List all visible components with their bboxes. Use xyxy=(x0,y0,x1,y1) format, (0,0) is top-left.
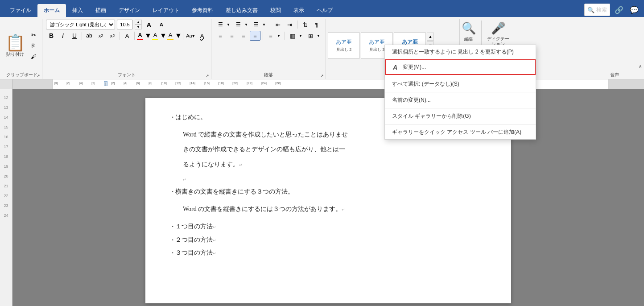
paste-label: 貼り付け xyxy=(6,51,24,58)
tab-references[interactable]: 参考資料 xyxy=(186,4,219,17)
change-case-button[interactable]: Aa▾ xyxy=(185,31,196,41)
font-color-dropdown[interactable]: ▼ xyxy=(175,31,181,41)
align-right-button[interactable]: ≡ xyxy=(238,31,249,41)
ctx-item-select-all-label: すべて選択: (データなし)(S) xyxy=(392,80,459,88)
document-area[interactable]: ▪ はじめに。 Word で縦書きの文書を作成したいと思ったことはありませ きの… xyxy=(12,89,644,306)
tab-help[interactable]: ヘルプ xyxy=(310,4,339,17)
clipboard-label: クリップボード xyxy=(2,72,42,78)
paragraph-section-expand-icon[interactable]: ↗ xyxy=(320,74,324,78)
copy-button[interactable]: ⎘ xyxy=(29,41,38,51)
format-painter-button[interactable]: 🖌 xyxy=(29,52,38,62)
tab-mailings[interactable]: 差し込み文書 xyxy=(219,4,264,17)
tab-file[interactable]: ファイル xyxy=(4,4,37,17)
align-center-button[interactable]: ≡ xyxy=(227,31,237,41)
text-color-button[interactable]: A xyxy=(136,31,144,41)
decrease-font-size-button[interactable]: A xyxy=(156,20,167,29)
line-num-14: 14 xyxy=(0,112,12,122)
ctx-item-modify-label: 変更(M)... xyxy=(403,63,426,71)
align-left-button[interactable]: ≡ xyxy=(215,31,226,41)
font-section-expand-icon[interactable]: ↗ xyxy=(206,74,209,78)
line-spacing-button[interactable]: ≡ xyxy=(265,31,276,41)
share-button[interactable]: 🔗 xyxy=(613,4,625,16)
doc-text-yokogaki: 横書きの文書を縦書きにする３つの方法。 xyxy=(175,186,294,197)
doc-text-method1: １つ目の方法↵ xyxy=(175,221,216,232)
font-name-dropdown[interactable]: 游ゴシック Light (見出しのフォ... xyxy=(46,20,115,29)
tab-home[interactable]: ホーム xyxy=(37,4,66,17)
edit-button[interactable]: 🔍 編集 xyxy=(460,21,478,43)
font-size-input[interactable] xyxy=(117,20,133,29)
bullets-dropdown[interactable]: ▼ xyxy=(227,20,232,29)
ribbon-tabs: ファイル ホーム 挿入 描画 デザイン レイアウト 参考資料 差し込み文書 校閲… xyxy=(0,0,644,17)
ribbon-toolbar: 📋 貼り付け ✂ ⎘ 🖌 クリップボード ↗ 游ゴシック Light (見出しの… xyxy=(0,17,644,79)
doc-text-method3: ３つ目の方法↵ xyxy=(175,247,216,258)
font-color-button[interactable]: A xyxy=(167,31,174,41)
doc-pilcrow: ↵ xyxy=(172,176,484,183)
font-size-increase-button[interactable]: ▲ xyxy=(135,20,142,25)
highlight-color-dropdown[interactable]: ▼ xyxy=(160,31,166,41)
styles-scroll-up-button[interactable]: ▲ xyxy=(427,33,434,41)
dictation-button[interactable]: 🎤 ディクテーション xyxy=(485,21,511,48)
decrease-indent-button[interactable]: ⇤ xyxy=(272,20,283,29)
multilevel-list-button[interactable]: ☰ xyxy=(251,20,261,29)
style-heading3-text: あア亜 xyxy=(369,38,385,46)
text-color-dropdown[interactable]: ▼ xyxy=(144,31,151,41)
tab-insert[interactable]: 挿入 xyxy=(66,4,89,17)
style-item-heading2[interactable]: あア亜 見出し 2 xyxy=(328,32,360,59)
sort-button[interactable]: ⇅ xyxy=(300,20,310,29)
borders-dropdown[interactable]: ▼ xyxy=(317,31,322,41)
strikethrough-button[interactable]: ab xyxy=(84,31,95,41)
numbering-button[interactable]: ☰ xyxy=(233,20,244,29)
ctx-item-modify[interactable]: A 変更(M)... xyxy=(385,59,536,75)
ctx-item-remove-gallery[interactable]: スタイル ギャラリーから削除(G) xyxy=(385,109,536,123)
increase-indent-button[interactable]: ⇥ xyxy=(284,20,295,29)
show-marks-button[interactable]: ¶ xyxy=(311,20,322,29)
font-name-row: 游ゴシック Light (見出しのフォ... ▲ ▼ A A xyxy=(46,20,207,29)
tab-layout[interactable]: レイアウト xyxy=(146,4,186,17)
line-num-15: 15 xyxy=(0,122,12,132)
numbering-dropdown[interactable]: ▼ xyxy=(244,20,250,29)
share-icon: 🔗 xyxy=(615,6,623,14)
search-input[interactable]: 🔍 検索 xyxy=(584,4,610,16)
search-placeholder: 検索 xyxy=(596,6,607,14)
increase-font-size-button[interactable]: A xyxy=(144,20,154,29)
line-spacing-dropdown[interactable]: ▼ xyxy=(277,31,282,41)
cut-button[interactable]: ✂ xyxy=(29,30,38,40)
italic-button[interactable]: I xyxy=(58,31,68,41)
line-num-22: 22 xyxy=(0,191,12,201)
tab-review[interactable]: 校閲 xyxy=(264,4,287,17)
font-effects-button[interactable]: A xyxy=(197,31,207,41)
ctx-item-update-style[interactable]: 選択個所と一致するように 見出し 2 を更新する(P) xyxy=(385,45,536,59)
collapse-ribbon-button[interactable]: ∧ xyxy=(636,62,644,70)
ctx-item-rename[interactable]: 名前の変更(N)... xyxy=(385,93,536,107)
bullets-button[interactable]: ☰ xyxy=(215,20,226,29)
context-menu: 選択個所と一致するように 見出し 2 を更新する(P) A 変更(M)... す… xyxy=(384,45,536,140)
ctx-item-add-quick-access[interactable]: ギャラリーをクイック アクセス ツール バーに追加(A) xyxy=(385,125,536,139)
clear-formatting-button[interactable]: A xyxy=(122,31,132,41)
bold-button[interactable]: B xyxy=(46,31,57,41)
comment-button[interactable]: 💬 xyxy=(628,4,640,16)
shading-button[interactable]: ▥ xyxy=(287,31,298,41)
underline-button[interactable]: U xyxy=(69,31,80,41)
tab-view[interactable]: 表示 xyxy=(287,4,310,17)
ctx-item-add-quick-access-label: ギャラリーをクイック アクセス ツール バーに追加(A) xyxy=(392,128,521,136)
line-numbers: 12 13 14 15 16 17 18 19 20 21 22 23 24 xyxy=(0,89,12,306)
multilevel-dropdown[interactable]: ▼ xyxy=(262,20,268,29)
shading-dropdown[interactable]: ▼ xyxy=(299,31,304,41)
line-num-12: 12 xyxy=(0,93,12,103)
superscript-button[interactable]: x2 xyxy=(107,31,118,41)
dictation-icon: 🎤 xyxy=(491,21,505,35)
clipboard-sub-buttons: ✂ ⎘ 🖌 xyxy=(29,30,38,62)
clipboard-expand-icon[interactable]: ↗ xyxy=(37,74,40,78)
bullet-mark-1: ▪ xyxy=(172,114,173,120)
search-icon: 🔍 xyxy=(587,7,594,13)
paste-button[interactable]: 📋 貼り付け xyxy=(4,33,27,59)
ctx-item-select-all[interactable]: すべて選択: (データなし)(S) xyxy=(385,77,536,91)
align-justify-button[interactable]: ≡ xyxy=(250,31,260,41)
subscript-button[interactable]: x2 xyxy=(95,31,106,41)
borders-button[interactable]: ⊞ xyxy=(305,31,316,41)
tab-design[interactable]: デザイン xyxy=(112,4,146,17)
tab-draw[interactable]: 描画 xyxy=(89,4,112,17)
line-num-13: 13 xyxy=(0,103,12,112)
highlight-color-button[interactable]: A xyxy=(152,31,159,41)
font-size-decrease-button[interactable]: ▼ xyxy=(135,25,142,29)
